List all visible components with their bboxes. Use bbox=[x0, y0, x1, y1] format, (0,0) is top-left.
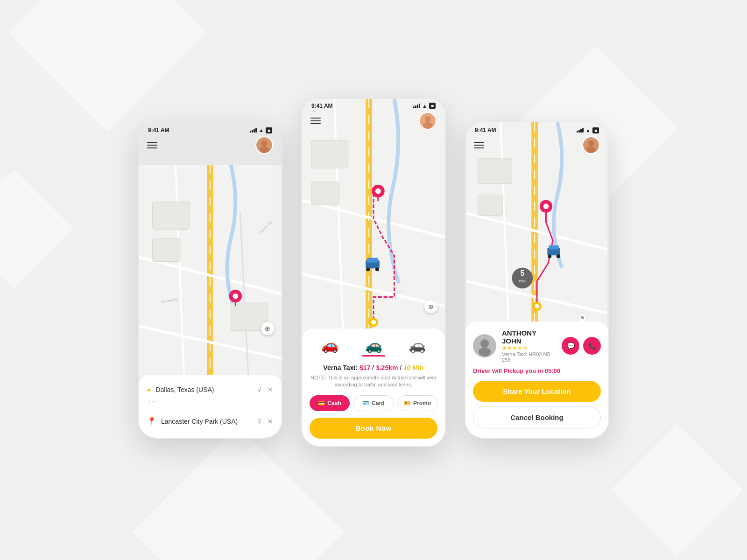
avatar-1 bbox=[255, 136, 273, 154]
svg-point-50 bbox=[543, 203, 549, 209]
signal-bars-1 bbox=[250, 128, 257, 133]
share-location-button[interactable]: Share Your Location bbox=[473, 381, 601, 402]
status-icons-1: ▲ ■ bbox=[250, 127, 272, 133]
cash-button[interactable]: 💳 Cash bbox=[310, 395, 350, 411]
payment-options: 💳 Cash 🪪 Card 🎫 Promo bbox=[310, 395, 437, 411]
separator: / bbox=[372, 364, 376, 371]
status-bar-1: 9:41 AM ▲ ■ bbox=[139, 122, 282, 136]
location-inputs: ● Dallas, Texas (USA) 🎙 ✕ 📍 Lancaster Ci… bbox=[147, 383, 273, 428]
svg-rect-19 bbox=[302, 99, 445, 348]
svg-point-63 bbox=[586, 147, 596, 153]
svg-text:min: min bbox=[519, 279, 526, 283]
bottom-panel-2: 🚗 🚗 🚗 Verna Taxi: $17 / 3.25km / bbox=[302, 329, 445, 446]
promo-button[interactable]: 🎫 Promo bbox=[397, 395, 437, 411]
diamond-shape bbox=[8, 0, 206, 132]
map-area-2 bbox=[302, 98, 445, 349]
svg-point-30 bbox=[375, 188, 381, 194]
svg-rect-25 bbox=[311, 140, 348, 168]
svg-point-18 bbox=[260, 147, 269, 153]
svg-rect-33 bbox=[367, 258, 378, 262]
driver-stars: ★★★★½ bbox=[502, 345, 556, 351]
crosshair-1[interactable]: ⊕ bbox=[261, 322, 274, 335]
phone-3: 5 min ⊕ 9:41 AM ▲ ■ bbox=[465, 121, 609, 439]
car-image-1: 🚗 bbox=[321, 337, 338, 353]
menu-button-3[interactable] bbox=[474, 142, 484, 148]
svg-point-13 bbox=[233, 294, 238, 299]
cancel-booking-button[interactable]: Cancel Booking bbox=[473, 406, 601, 428]
wifi-icon-3: ▲ bbox=[585, 127, 591, 133]
car-option-2[interactable]: 🚗 bbox=[358, 335, 389, 358]
location-divider bbox=[158, 408, 273, 408]
car-option-3[interactable]: 🚗 bbox=[405, 335, 430, 358]
car-image-2: 🚗 bbox=[365, 337, 382, 353]
diamond-shape bbox=[611, 424, 743, 556]
wifi-icon-2: ▲ bbox=[422, 103, 427, 109]
phone-1: Trenton Rd Durham Rd 9:41 AM bbox=[138, 121, 282, 439]
status-time-2: 9:41 AM bbox=[311, 103, 333, 109]
battery-icon-3: ■ bbox=[592, 127, 599, 133]
from-clear-icon[interactable]: ✕ bbox=[268, 386, 273, 393]
phone-2: 9:41 AM ▲ ■ bbox=[301, 97, 446, 447]
separator2: / bbox=[400, 364, 403, 371]
connector-dot bbox=[149, 401, 150, 402]
avatar-3 bbox=[582, 136, 600, 154]
map-header-2 bbox=[302, 112, 445, 130]
taxi-distance: 3.25km bbox=[376, 364, 398, 371]
battery-icon-1: ■ bbox=[266, 127, 272, 133]
from-location-row: ● Dallas, Texas (USA) 🎙 ✕ bbox=[147, 383, 273, 396]
svg-rect-26 bbox=[311, 182, 339, 204]
card-label: Card bbox=[372, 400, 384, 406]
connector-dot bbox=[155, 401, 157, 402]
signal-bars-2 bbox=[413, 104, 420, 108]
taxi-price: $17 bbox=[359, 364, 370, 371]
svg-rect-53 bbox=[549, 245, 558, 250]
driver-name: ANTHONY JOHN bbox=[502, 329, 556, 345]
car-indicator-2 bbox=[362, 355, 385, 357]
bottom-panel-3: ANTHONY JOHN ★★★★½ Verna Taxi: HR02 NB 2… bbox=[465, 322, 608, 438]
car-options: 🚗 🚗 🚗 bbox=[310, 335, 437, 358]
svg-point-55 bbox=[557, 254, 560, 258]
svg-point-35 bbox=[375, 267, 379, 271]
crosshair-2[interactable]: ⊕ bbox=[424, 300, 437, 313]
cash-label: Cash bbox=[327, 400, 341, 406]
from-mic-icon[interactable]: 🎙 bbox=[256, 386, 263, 393]
svg-point-38 bbox=[423, 122, 432, 128]
status-time-3: 9:41 AM bbox=[475, 127, 496, 133]
svg-point-48 bbox=[535, 304, 539, 308]
car-image-3: 🚗 bbox=[409, 337, 426, 353]
phones-container: Trenton Rd Durham Rd 9:41 AM bbox=[138, 113, 609, 447]
svg-rect-45 bbox=[478, 159, 512, 184]
status-icons-3: ▲ ■ bbox=[577, 127, 599, 133]
wifi-icon-1: ▲ bbox=[259, 127, 264, 133]
map-area-3: 5 min ⊕ bbox=[465, 122, 608, 350]
card-button[interactable]: 🪪 Card bbox=[353, 395, 394, 411]
to-location-text[interactable]: Lancaster City Park (USA) bbox=[161, 418, 252, 425]
diamond-shape bbox=[0, 169, 73, 288]
status-icons-2: ▲ ■ bbox=[413, 103, 436, 109]
status-bar-3: 9:41 AM ▲ ■ bbox=[465, 122, 608, 136]
promo-label: Promo bbox=[413, 400, 431, 406]
to-location-row: 📍 Lancaster City Park (USA) 🎙 ✕ bbox=[147, 414, 273, 428]
status-time-1: 9:41 AM bbox=[148, 127, 169, 133]
book-now-button[interactable]: Book Now bbox=[310, 418, 437, 439]
menu-button-1[interactable] bbox=[147, 142, 157, 148]
battery-icon-2: ■ bbox=[429, 103, 436, 109]
map-header-3 bbox=[465, 136, 608, 154]
svg-point-54 bbox=[548, 254, 551, 258]
call-button[interactable]: 📞 bbox=[583, 337, 601, 355]
car-option-1[interactable]: 🚗 bbox=[317, 335, 342, 358]
to-clear-icon[interactable]: ✕ bbox=[268, 418, 273, 425]
card-icon: 🪪 bbox=[362, 400, 369, 406]
svg-point-62 bbox=[588, 140, 594, 147]
from-location-text[interactable]: Dallas, Texas (USA) bbox=[155, 386, 252, 393]
svg-rect-9 bbox=[153, 202, 190, 229]
taxi-time: 10 Min bbox=[403, 364, 424, 371]
taxi-name: Verna Taxi: bbox=[323, 364, 358, 371]
to-mic-icon[interactable]: 🎙 bbox=[256, 418, 263, 425]
message-button[interactable]: 💬 bbox=[562, 337, 579, 355]
svg-rect-46 bbox=[478, 195, 503, 216]
svg-rect-10 bbox=[153, 238, 180, 261]
svg-text:⊕: ⊕ bbox=[580, 315, 584, 320]
menu-button-2[interactable] bbox=[310, 118, 321, 124]
avatar-2 bbox=[419, 112, 437, 130]
